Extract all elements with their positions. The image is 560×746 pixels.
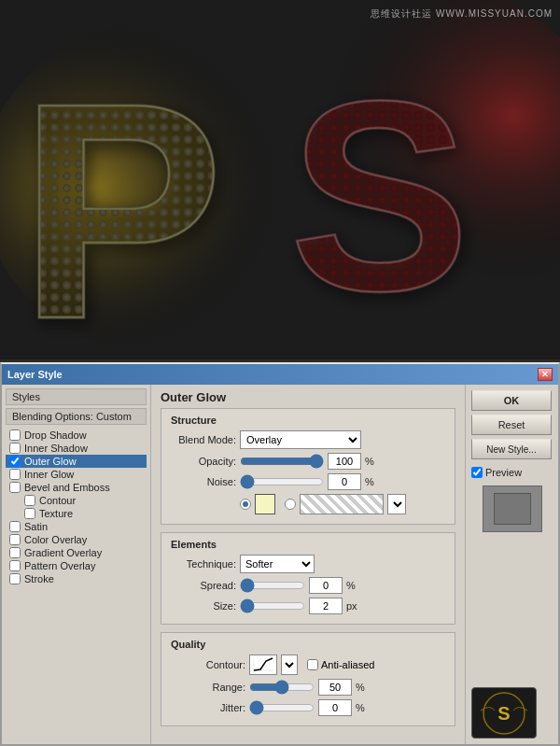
bevel-emboss-label: Bevel and Emboss [24, 482, 110, 493]
texture-checkbox[interactable] [24, 508, 35, 519]
spread-input[interactable] [309, 577, 343, 594]
jitter-input[interactable] [318, 699, 352, 716]
layer-item-bevel-emboss[interactable]: Bevel and Emboss [6, 481, 147, 494]
drop-shadow-label: Drop Shadow [24, 429, 87, 441]
left-panel: Styles Blending Options: Custom Drop Sha… [2, 385, 151, 744]
layer-item-contour[interactable]: Contour [6, 494, 147, 507]
color-radio-gradient[interactable] [285, 499, 296, 510]
opacity-slider[interactable] [240, 455, 324, 468]
stroke-checkbox[interactable] [9, 573, 21, 584]
size-row: Size: px [171, 598, 445, 614]
ok-button[interactable]: OK [471, 390, 552, 411]
gradient-overlay-label: Gradient Overlay [24, 547, 102, 558]
noise-row: Noise: % [171, 473, 445, 490]
layer-item-outer-glow[interactable]: Outer Glow [6, 455, 147, 468]
jitter-row: Jitter: % [171, 699, 445, 716]
noise-slider[interactable] [240, 475, 324, 488]
preview-label-text: Preview [485, 467, 522, 478]
noise-unit: % [365, 476, 384, 487]
drop-shadow-checkbox[interactable] [9, 429, 21, 441]
styles-section-label[interactable]: Styles [6, 388, 147, 405]
opacity-input[interactable] [328, 453, 361, 470]
inner-shadow-checkbox[interactable] [9, 443, 21, 454]
opacity-unit: % [365, 456, 384, 467]
preview-checkbox[interactable] [471, 467, 483, 478]
layer-item-gradient-overlay[interactable]: Gradient Overlay [6, 546, 147, 559]
anti-aliased-label: Anti-aliased [321, 659, 374, 670]
contour-select[interactable]: ▼ [281, 655, 298, 675]
color-overlay-checkbox[interactable] [9, 534, 21, 545]
bevel-emboss-checkbox[interactable] [9, 482, 21, 493]
quality-header: Quality [171, 639, 445, 650]
spread-slider[interactable] [240, 579, 305, 592]
contour-checkbox[interactable] [24, 495, 35, 506]
blend-mode-select[interactable]: Overlay Normal Screen Multiply Soft Ligh… [240, 430, 361, 449]
outer-glow-checkbox[interactable] [9, 456, 21, 467]
range-row: Range: % [171, 679, 445, 696]
gradient-overlay-checkbox[interactable] [9, 547, 21, 558]
letter-s-sheen: S [289, 44, 469, 346]
color-swatch-gradient[interactable] [300, 494, 384, 514]
size-label: Size: [171, 600, 236, 612]
range-unit: % [356, 682, 374, 693]
size-unit: px [346, 600, 365, 612]
layer-item-satin[interactable]: Satin [6, 520, 147, 533]
structure-block: Structure Blend Mode: Overlay Normal Scr… [161, 408, 455, 525]
jitter-unit: % [356, 702, 374, 713]
contour-label: Contour [39, 495, 76, 506]
contour-row: Contour: ▼ Anti-aliase [171, 655, 445, 675]
preview-image: P P S S P S 思维设计社运 WWW.MISSYUAN.COM [0, 0, 560, 359]
blend-mode-label: Blend Mode: [171, 434, 236, 445]
dialog-title: Layer Style [7, 369, 63, 380]
satin-checkbox[interactable] [9, 521, 21, 532]
texture-label: Texture [39, 508, 73, 519]
letter-p-sheen: P [19, 38, 224, 359]
elements-header: Elements [171, 539, 445, 550]
blending-options-item[interactable]: Blending Options: Custom [6, 408, 147, 425]
spread-unit: % [346, 580, 365, 591]
opacity-label: Opacity: [171, 456, 236, 467]
range-slider[interactable] [249, 681, 315, 694]
pattern-overlay-checkbox[interactable] [9, 560, 21, 571]
preview-inner [494, 493, 531, 525]
size-input[interactable] [309, 598, 343, 614]
jitter-slider[interactable] [249, 701, 315, 714]
stroke-label: Stroke [24, 573, 54, 584]
technique-label: Technique: [171, 558, 236, 570]
preview-label-wrapper: Preview [471, 467, 553, 478]
color-swatch-solid[interactable] [255, 494, 275, 514]
inner-glow-checkbox[interactable] [9, 469, 21, 480]
range-input[interactable] [318, 679, 352, 696]
layer-item-drop-shadow[interactable]: Drop Shadow [6, 429, 147, 442]
contour-section-label: Contour: [171, 659, 245, 670]
layer-item-inner-shadow[interactable]: Inner Shadow [6, 442, 147, 455]
noise-input[interactable] [328, 473, 361, 490]
layer-item-texture[interactable]: Texture [6, 507, 147, 520]
layer-effects-list: Drop Shadow Inner Shadow Outer Glow Inne… [6, 429, 147, 585]
contour-curve-icon [253, 657, 273, 672]
blend-mode-row: Blend Mode: Overlay Normal Screen Multip… [171, 430, 445, 449]
contour-preview[interactable] [249, 655, 277, 675]
outer-glow-section-title: Outer Glow [161, 390, 455, 404]
quality-block: Quality Contour: ▼ [161, 632, 455, 726]
close-button[interactable]: ✕ [538, 368, 553, 381]
size-slider[interactable] [240, 599, 305, 612]
reset-button[interactable]: Reset [471, 415, 552, 435]
jitter-label: Jitter: [171, 702, 245, 713]
gradient-type-select[interactable]: ▼ [387, 494, 406, 514]
svg-text:S: S [497, 703, 510, 724]
new-style-button[interactable]: New Style... [471, 439, 552, 459]
layer-item-pattern-overlay[interactable]: Pattern Overlay [6, 559, 147, 572]
layer-item-inner-glow[interactable]: Inner Glow [6, 468, 147, 481]
preview-thumbnail [483, 486, 542, 532]
anti-aliased-checkbox[interactable] [307, 659, 318, 670]
layer-item-stroke[interactable]: Stroke [6, 572, 147, 585]
range-label: Range: [171, 682, 245, 693]
technique-select[interactable]: Softer Precise [240, 555, 315, 573]
color-row: ▼ [171, 494, 445, 514]
spread-label: Spread: [171, 580, 236, 591]
color-radio-solid[interactable] [240, 499, 251, 510]
layer-item-color-overlay[interactable]: Color Overlay [6, 533, 147, 546]
watermark-text: 思维设计社运 WWW.MISSYUAN.COM [371, 7, 553, 21]
spread-row: Spread: % [171, 577, 445, 594]
